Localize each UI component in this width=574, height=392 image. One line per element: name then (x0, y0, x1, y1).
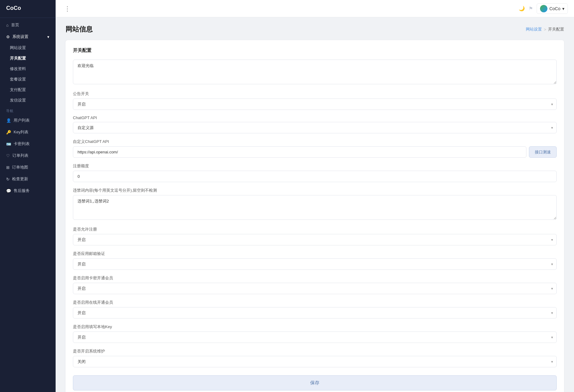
topbar: ⋮ 🌙 ⚑ CoCo ▾ (56, 0, 574, 17)
breadcrumb-current: 开关配置 (548, 27, 564, 32)
user-menu-button[interactable]: CoCo ▾ (537, 3, 568, 14)
online-member-label: 是否启用在线开通会员 (73, 300, 557, 305)
custom-api-input[interactable] (73, 146, 526, 158)
topbar-right: 🌙 ⚑ CoCo ▾ (519, 3, 568, 14)
announcement-switch-label: 公告开关 (73, 91, 557, 97)
service-icon: 💬 (6, 189, 11, 193)
local-key-wrapper: 开启 关闭 ▾ (73, 332, 557, 343)
announcement-switch-select[interactable]: 开启 关闭 (73, 98, 557, 110)
email-verify-select[interactable]: 开启 关闭 (73, 258, 557, 270)
allow-register-wrapper: 开启 关闭 ▾ (73, 234, 557, 245)
card-member-group: 是否启用卡密开通会员 开启 关闭 ▾ (73, 275, 557, 294)
custom-api-row: 接口测速 (73, 146, 557, 158)
chevron-down-icon: ▾ (562, 6, 564, 11)
page-title: 网站信息 (65, 25, 93, 34)
allow-register-select[interactable]: 开启 关闭 (73, 234, 557, 245)
sidebar: CoCo ⌂ 首页 ⚙ 系统设置 ▾ 网站设置 开关配置 修改资料 套餐设置 支… (0, 0, 56, 392)
user-icon: 👤 (6, 118, 11, 123)
register-quota-input[interactable] (73, 171, 557, 182)
avatar (540, 5, 547, 12)
moon-icon[interactable]: 🌙 (519, 6, 525, 11)
local-key-group: 是否启用填写本地Key 开启 关闭 ▾ (73, 324, 557, 343)
sidebar-item-order-list[interactable]: ♡ 订单列表 (0, 150, 56, 161)
custom-api-group: 自定义ChatGPT API 接口测速 (73, 139, 557, 158)
card-icon: 🪪 (6, 142, 11, 146)
flag-icon[interactable]: ⚑ (529, 6, 533, 11)
system-maintenance-group: 是否开启系统维护 开启 关闭 ▾ (73, 348, 557, 367)
local-key-label: 是否启用填写本地Key (73, 324, 557, 330)
home-icon: ⌂ (6, 23, 9, 27)
breadcrumb-separator: > (544, 27, 546, 32)
map-icon: ⊞ (6, 165, 10, 170)
system-maintenance-select[interactable]: 开启 关闭 (73, 356, 557, 367)
sidebar-divider (0, 18, 56, 18)
announcement-input[interactable] (73, 60, 557, 84)
system-maintenance-label: 是否开启系统维护 (73, 348, 557, 354)
email-verify-wrapper: 开启 关闭 ▾ (73, 258, 557, 270)
sidebar-sub-switch-config[interactable]: 开关配置 (0, 53, 56, 64)
sidebar-item-key-list[interactable]: 🔑 Key列表 (0, 126, 56, 138)
sidebar-sub-package-settings[interactable]: 套餐设置 (0, 74, 56, 85)
chatgpt-api-label: ChatGPT API (73, 115, 557, 120)
topbar-left: ⋮ (62, 4, 73, 14)
menu-dots-button[interactable]: ⋮ (62, 4, 73, 14)
banned-words-label: 违禁词内容(每个用英文逗号分开),留空则不检测 (73, 188, 557, 193)
chevron-down-icon: ▾ (47, 35, 49, 39)
heart-icon: ♡ (6, 153, 10, 158)
register-quota-group: 注册额度 (73, 163, 557, 182)
custom-api-label: 自定义ChatGPT API (73, 139, 557, 144)
sidebar-item-home[interactable]: ⌂ 首页 (0, 19, 56, 31)
announcement-switch-wrapper: 开启 关闭 ▾ (73, 98, 557, 110)
sidebar-item-card-list[interactable]: 🪪 卡密列表 (0, 138, 56, 150)
chatgpt-api-select[interactable]: 自定义源 官方源 (73, 122, 557, 133)
main-wrapper: ⋮ 🌙 ⚑ CoCo ▾ 网站信息 网站设置 > 开关配置 开关配置 (56, 0, 574, 392)
chatgpt-api-group: ChatGPT API 自定义源 官方源 ▾ (73, 115, 557, 133)
allow-register-group: 是否允许注册 开启 关闭 ▾ (73, 227, 557, 245)
email-verify-group: 是否应用邮箱验证 开启 关闭 ▾ (73, 251, 557, 270)
refresh-icon: ↻ (6, 177, 10, 181)
announcement-group (73, 60, 557, 85)
card-member-wrapper: 开启 关闭 ▾ (73, 283, 557, 294)
page-header: 网站信息 网站设置 > 开关配置 (65, 25, 564, 34)
card-title: 开关配置 (73, 48, 557, 53)
test-api-button[interactable]: 接口测速 (529, 146, 557, 158)
announcement-switch-group: 公告开关 开启 关闭 ▾ (73, 91, 557, 110)
chatgpt-api-wrapper: 自定义源 官方源 ▾ (73, 122, 557, 133)
sidebar-sub-send-settings[interactable]: 发信设置 (0, 95, 56, 106)
breadcrumb-parent[interactable]: 网站设置 (526, 27, 542, 32)
card-member-label: 是否启用卡密开通会员 (73, 275, 557, 281)
sidebar-system-settings[interactable]: ⚙ 系统设置 ▾ (0, 31, 56, 43)
local-key-select[interactable]: 开启 关闭 (73, 332, 557, 343)
settings-card: 开关配置 公告开关 开启 关闭 ▾ ChatGPT API (65, 40, 564, 392)
register-quota-label: 注册额度 (73, 163, 557, 169)
system-maintenance-wrapper: 开启 关闭 ▾ (73, 356, 557, 367)
main-content: 网站信息 网站设置 > 开关配置 开关配置 公告开关 开启 关闭 (56, 17, 574, 392)
sidebar-sub-edit-profile[interactable]: 修改资料 (0, 64, 56, 74)
online-member-select[interactable]: 开启 关闭 (73, 307, 557, 319)
card-member-select[interactable]: 开启 关闭 (73, 283, 557, 294)
save-button[interactable]: 保存 (73, 375, 557, 390)
sidebar-item-order-map[interactable]: ⊞ 订单地图 (0, 161, 56, 173)
sidebar-item-after-sales[interactable]: 💬 售后服务 (0, 185, 56, 197)
online-member-group: 是否启用在线开通会员 开启 关闭 ▾ (73, 300, 557, 319)
sidebar-item-check-update[interactable]: ↻ 检查更新 (0, 173, 56, 185)
key-icon: 🔑 (6, 130, 11, 135)
sidebar-item-user-list[interactable]: 👤 用户列表 (0, 115, 56, 126)
sidebar-nav-label: 导航 (0, 106, 56, 115)
online-member-wrapper: 开启 关闭 ▾ (73, 307, 557, 319)
sidebar-sub-site-settings[interactable]: 网站设置 (0, 43, 56, 53)
allow-register-label: 是否允许注册 (73, 227, 557, 232)
breadcrumb: 网站设置 > 开关配置 (526, 27, 564, 32)
sidebar-sub-payment-config[interactable]: 支付配置 (0, 85, 56, 95)
email-verify-label: 是否应用邮箱验证 (73, 251, 557, 256)
sidebar-logo: CoCo (0, 0, 56, 16)
gear-icon: ⚙ (6, 35, 10, 39)
banned-words-group: 违禁词内容(每个用英文逗号分开),留空则不检测 (73, 188, 557, 221)
banned-words-input[interactable] (73, 195, 557, 220)
